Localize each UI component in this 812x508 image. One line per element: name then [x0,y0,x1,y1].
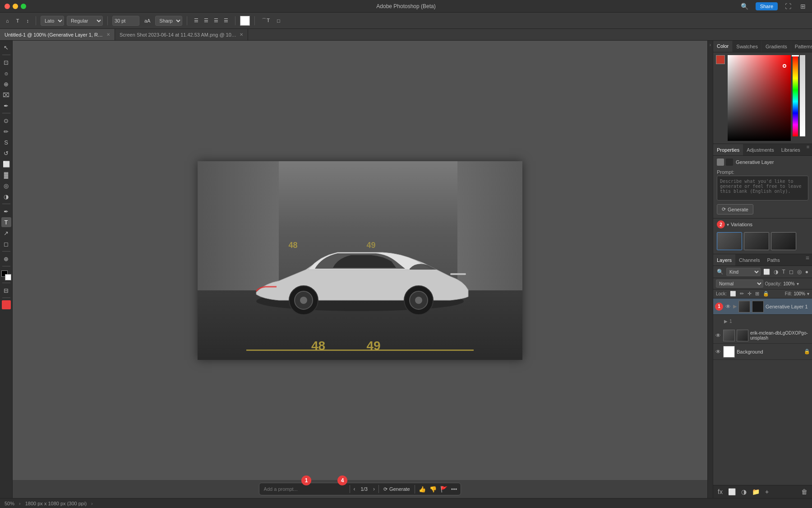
swatches-tab[interactable]: Swatches [733,41,762,52]
align-center-button[interactable]: ☰ [202,16,211,25]
opacity-dropdown[interactable]: ▾ [797,281,799,286]
home-button[interactable]: ⌂ [4,17,11,25]
add-adjustment-button[interactable]: ◑ [739,487,748,496]
shape-tool[interactable]: ◻ [1,239,11,249]
warp-text-button[interactable]: ⌒T [259,16,272,25]
font-size-input[interactable] [112,16,139,26]
filter-toggle-btn[interactable]: ● [804,268,809,276]
lock-all-btn[interactable]: 🔒 [762,290,770,297]
color-gradient[interactable] [728,55,791,141]
variations-chevron[interactable]: ▾ [727,222,729,227]
text-color-swatch[interactable] [240,16,250,26]
minimize-button[interactable] [13,4,18,9]
properties-options[interactable]: ≡ [804,144,812,155]
layers-options[interactable]: ≡ [803,254,812,266]
variation-thumb-3[interactable] [771,232,796,250]
variation-thumb-2[interactable] [744,232,769,250]
layers-tab[interactable]: Layers [713,254,735,266]
gen-generate-button[interactable]: ⟳ Generate [379,486,415,492]
anti-alias-select[interactable]: Sharp [155,16,182,26]
align-left-button[interactable]: ☰ [192,16,201,25]
layer-item-background[interactable]: 👁 Background 🔒 [713,344,812,360]
layer-sub-item-1[interactable]: ▶ 1 [713,315,812,327]
lasso-tool[interactable]: ⌾ [1,68,11,78]
properties-generate-button[interactable]: ⟳ Generate [717,204,753,214]
toggle-case-button[interactable]: aA [142,17,152,25]
arrange-button[interactable]: ⊞ [798,2,807,11]
layer-vis-bg[interactable]: 👁 [715,349,721,355]
gen-thumbsdown-button[interactable]: 👎 [429,485,438,494]
filter-type-btn[interactable]: T [781,268,786,276]
history-brush-tool[interactable]: ↺ [1,148,11,158]
share-button[interactable]: Share [756,2,778,10]
tool-colors[interactable] [1,270,11,280]
eyedropper-tool[interactable]: ✒ [1,101,11,111]
filter-shape-btn[interactable]: ◻ [788,268,794,276]
hue-slider[interactable] [793,55,798,136]
type-options-button[interactable]: ↕ [24,17,31,25]
lock-image-btn[interactable]: ✏ [739,290,744,297]
align-justify-button[interactable]: ☰ [221,16,231,25]
delete-layer-button[interactable]: 🗑 [799,487,809,496]
fill-dropdown[interactable]: ▾ [807,291,809,296]
search-button[interactable]: 🔍 [739,2,750,11]
add-fx-button[interactable]: fx [716,487,724,496]
eraser-tool[interactable]: ⬜ [1,159,11,169]
gen-next-button[interactable]: › [371,485,377,493]
blend-mode-select[interactable]: Normal [716,280,763,288]
dodge-tool[interactable]: ◑ [1,191,11,201]
spot-healing-tool[interactable]: ⊙ [1,116,11,126]
quick-mask-button[interactable]: ⊟ [1,285,11,295]
opacity-slider[interactable] [800,55,805,136]
panel-collapse[interactable]: › [707,41,713,498]
variation-thumb-1[interactable] [717,232,742,250]
font-style-select[interactable]: Regular [67,16,103,26]
blur-tool[interactable]: ◎ [1,181,11,191]
layer-item-image[interactable]: 👁 erik-mclean-dbLgODXOPgo-unsplash [713,327,812,344]
stamp-tool[interactable]: S [1,137,11,147]
gradient-tool[interactable]: ▓ [1,170,11,180]
filter-search-icon[interactable]: 🔍 [716,268,724,276]
font-family-select[interactable]: Lato [41,16,64,26]
layer-vis-img[interactable]: 👁 [715,332,721,339]
foreground-color-swatch[interactable] [716,55,725,64]
create-layer-button[interactable]: + [763,487,770,496]
gen-more-button[interactable]: ••• [450,485,458,494]
patterns-tab[interactable]: Patterns [791,41,812,52]
lock-transparency-btn[interactable]: ⬜ [729,290,737,297]
color-cursor[interactable] [783,64,786,68]
tab-screenshot-close[interactable]: ✕ [240,32,243,37]
prompt-textarea[interactable] [717,176,808,200]
crop-tool[interactable]: ⌧ [1,90,11,100]
path-select-tool[interactable]: ↗ [1,228,11,238]
lock-position-btn[interactable]: ✛ [747,290,752,297]
gen-prev-button[interactable]: ‹ [352,485,357,493]
tab-untitled1-close[interactable]: ✕ [106,32,110,37]
gen-flag-button[interactable]: 🚩 [439,485,448,494]
brush-tool[interactable]: ✏ [1,126,11,136]
generative-prompt-input[interactable] [259,486,350,492]
align-right-button[interactable]: ☰ [212,16,221,25]
canvas-container[interactable]: 48 49 [198,161,522,360]
pen-tool[interactable]: ✒ [1,206,11,216]
text-tool-button[interactable]: T [14,17,22,25]
foreground-swatch[interactable] [2,300,11,309]
character-panel-button[interactable]: □ [275,17,282,25]
tab-untitled1[interactable]: Untitled-1 @ 100% (Generative Layer 1, R… [0,29,115,40]
properties-tab[interactable]: Properties [713,144,743,155]
filter-smartobj-btn[interactable]: ◎ [796,268,803,276]
fullscreen-button[interactable]: ⛶ [783,2,793,11]
zoom-tool[interactable]: ⊕ [1,254,11,264]
close-button[interactable] [5,4,10,9]
channels-tab[interactable]: Channels [735,254,763,266]
filter-kind-select[interactable]: Kind [726,268,761,276]
rectangular-marquee-tool[interactable]: ⊡ [1,57,11,67]
background-color[interactable] [5,274,11,280]
adjustments-tab[interactable]: Adjustments [743,144,778,155]
lock-artboard-btn[interactable]: ⊞ [755,290,760,297]
paths-tab[interactable]: Paths [764,254,784,266]
tab-screenshot[interactable]: Screen Shot 2023-06-14 at 11.42.53 AM.pn… [115,29,248,40]
layer-vis-gen[interactable]: 👁 [725,303,731,310]
quick-select-tool[interactable]: ⊕ [1,79,11,89]
filter-pixel-btn[interactable]: ⬜ [762,268,771,276]
